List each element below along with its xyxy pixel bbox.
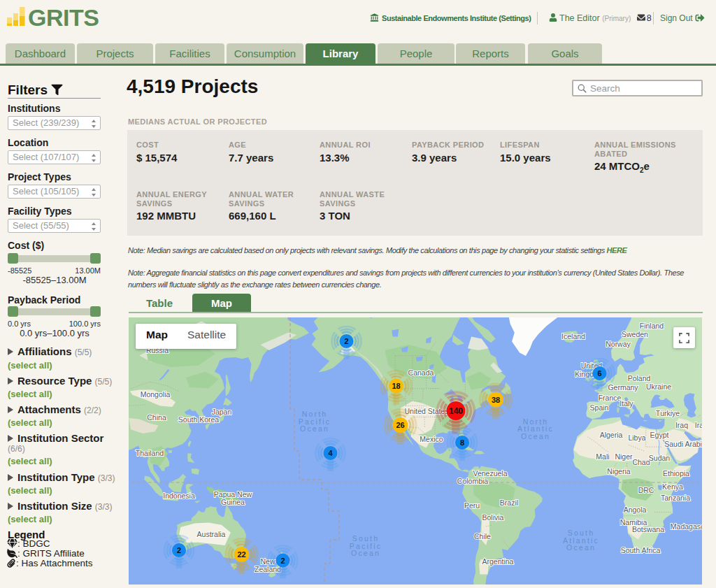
- svg-text:2: 2: [344, 337, 348, 345]
- svg-text:Canada: Canada: [408, 368, 434, 377]
- svg-text:Algeria: Algeria: [600, 431, 623, 439]
- svg-text:38: 38: [492, 396, 500, 404]
- svg-text:Zealand: Zealand: [255, 565, 281, 573]
- svg-text:Mali: Mali: [596, 452, 609, 461]
- svg-text:Madagasca: Madagasca: [671, 522, 702, 531]
- svg-text:26: 26: [396, 421, 404, 429]
- svg-text:8: 8: [460, 438, 464, 447]
- svg-text:Angola: Angola: [624, 505, 647, 514]
- svg-text:2: 2: [280, 557, 285, 565]
- svg-text:Peru: Peru: [464, 501, 480, 510]
- svg-text:Iraq: Iraq: [675, 421, 688, 429]
- svg-text:Brazil: Brazil: [500, 499, 518, 507]
- svg-text:140: 140: [449, 406, 463, 416]
- svg-text:South Africa: South Africa: [621, 546, 661, 554]
- svg-text:Indonesia: Indonesia: [163, 492, 195, 500]
- svg-text:Argentina: Argentina: [482, 557, 514, 566]
- svg-text:Thailand: Thailand: [136, 449, 164, 457]
- svg-text:Niger: Niger: [615, 452, 633, 461]
- svg-text:Norway: Norway: [606, 340, 631, 348]
- svg-text:China: China: [147, 413, 166, 422]
- svg-text:Germany: Germany: [608, 383, 638, 392]
- svg-text:4: 4: [328, 449, 333, 457]
- svg-text:France: France: [599, 394, 622, 402]
- svg-text:Australia: Australia: [197, 530, 226, 538]
- svg-text:22: 22: [237, 550, 245, 559]
- svg-text:Ethiopia: Ethiopia: [663, 469, 689, 478]
- svg-text:Spain: Spain: [590, 403, 609, 412]
- svg-text:Iceland: Iceland: [561, 332, 585, 340]
- svg-text:Egypt: Egypt: [650, 431, 669, 439]
- svg-text:2: 2: [177, 546, 181, 554]
- svg-text:Tanzania: Tanzania: [661, 494, 690, 502]
- svg-text:Mexico: Mexico: [420, 435, 443, 443]
- svg-text:GRITS: GRITS: [28, 6, 99, 31]
- svg-text:Italy: Italy: [620, 399, 633, 408]
- svg-text:Colombia: Colombia: [457, 477, 489, 485]
- svg-text:18: 18: [392, 382, 400, 390]
- svg-text:Guinea: Guinea: [221, 498, 245, 506]
- svg-text:Ocean: Ocean: [351, 549, 380, 557]
- svg-text:Saudi Arabia: Saudi Arabia: [664, 440, 702, 448]
- svg-text:6: 6: [597, 369, 601, 378]
- svg-text:Nigeria: Nigeria: [607, 467, 630, 475]
- svg-text:Japan: Japan: [212, 408, 232, 416]
- svg-text:Chile: Chile: [474, 532, 491, 540]
- svg-text:Sweden: Sweden: [622, 330, 648, 338]
- svg-text:Kenya: Kenya: [662, 482, 683, 491]
- svg-text:South Korea: South Korea: [178, 415, 220, 424]
- svg-text:Ocean: Ocean: [300, 424, 329, 433]
- svg-text:Ukraine: Ukraine: [646, 382, 671, 391]
- svg-text:Botswana: Botswana: [632, 525, 664, 533]
- svg-text:Ocean: Ocean: [566, 543, 596, 552]
- svg-text:Sudan: Sudan: [649, 454, 671, 462]
- svg-text:Bolivia: Bolivia: [482, 513, 504, 522]
- svg-text:Mongolia: Mongolia: [141, 390, 171, 399]
- svg-text:Chad: Chad: [632, 458, 650, 466]
- svg-text:Türkiye: Türkiye: [656, 409, 680, 417]
- svg-text:Ocean: Ocean: [521, 432, 550, 440]
- svg-text:Poland: Poland: [628, 374, 651, 382]
- svg-text:Ira: Ira: [695, 421, 702, 429]
- svg-text:Finland: Finland: [640, 322, 664, 330]
- svg-text:DRC: DRC: [638, 486, 654, 494]
- svg-text:Libya: Libya: [628, 433, 645, 442]
